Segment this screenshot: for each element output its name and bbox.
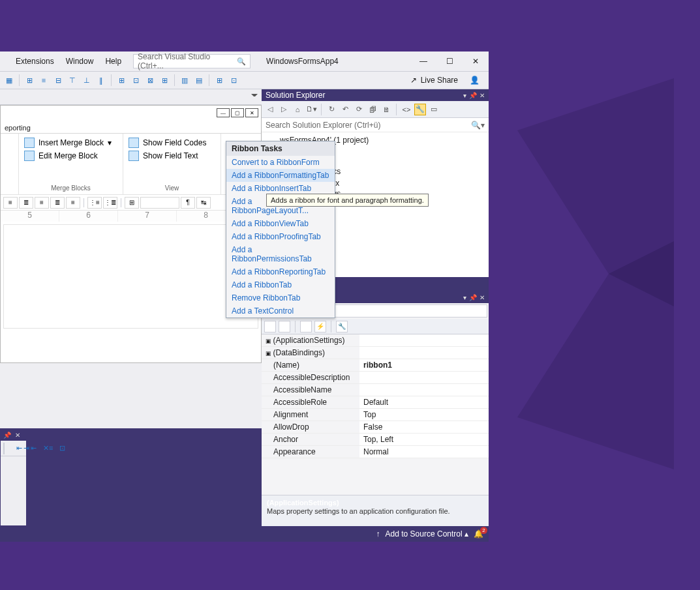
- form-designer[interactable]: — ▢ ✕ eporting Insert Merge Block ▾ Edit…: [0, 105, 262, 428]
- fmt-btn[interactable]: ¶: [181, 197, 195, 209]
- smart-tag-link[interactable]: Add a RibbonProofingTab: [226, 230, 335, 243]
- property-grid[interactable]: (ApplicationSettings)(DataBindings)(Name…: [262, 334, 489, 495]
- pin-icon[interactable]: 📌: [469, 92, 477, 99]
- properties-icon[interactable]: 🔧: [414, 104, 426, 115]
- property-row[interactable]: AccessibleRoleDefault: [262, 396, 489, 409]
- smart-tag-link[interactable]: Convert to a RibbonForm: [226, 156, 335, 169]
- toolbar-btn[interactable]: ⊞: [158, 74, 171, 87]
- tab-dropdown-icon[interactable]: [251, 94, 258, 100]
- notifications-icon[interactable]: 🔔2: [474, 529, 483, 538]
- fmt-btn[interactable]: ⊞: [125, 197, 139, 209]
- toolbar-btn[interactable]: ▦: [3, 74, 16, 87]
- toolbar-btn[interactable]: ⊡: [129, 74, 142, 87]
- toolbar-btn[interactable]: ≡: [37, 74, 50, 87]
- fmt-btn[interactable]: ⋮≣: [103, 197, 117, 209]
- fmt-btn[interactable]: ≡: [66, 197, 80, 209]
- document-canvas[interactable]: [3, 224, 258, 329]
- output-btn[interactable]: ⊡: [59, 442, 65, 455]
- form-maximize-icon[interactable]: ▢: [231, 108, 244, 117]
- output-btn[interactable]: ⇥: [23, 442, 29, 455]
- minimize-button[interactable]: —: [410, 52, 436, 71]
- toolbar-btn[interactable]: ⊞: [115, 74, 128, 87]
- menu-window[interactable]: Window: [61, 54, 99, 68]
- categorized-icon[interactable]: ▤: [264, 321, 276, 332]
- output-source-dropdown[interactable]: [3, 443, 5, 454]
- toolbar-btn[interactable]: ⊞: [23, 74, 36, 87]
- property-pages-icon[interactable]: 🔧: [336, 321, 348, 332]
- alphabetical-icon[interactable]: A↓: [279, 321, 290, 332]
- fmt-btn[interactable]: ⋮≡: [87, 197, 102, 209]
- pin-icon[interactable]: 📌: [3, 430, 12, 439]
- fmt-btn[interactable]: ≡: [3, 197, 18, 209]
- edit-merge-block-button[interactable]: Edit Merge Block: [24, 149, 117, 162]
- smart-tag-link[interactable]: Add a RibbonInsertTab: [226, 182, 335, 195]
- toolbar-btn[interactable]: ⊞: [213, 74, 226, 87]
- property-row[interactable]: AccessibleDescription: [262, 372, 489, 384]
- close-icon[interactable]: ✕: [479, 92, 485, 99]
- smart-tag-link[interactable]: Add a RibbonViewTab: [226, 217, 335, 230]
- property-row[interactable]: AnchorTop, Left: [262, 434, 489, 446]
- property-row[interactable]: (Name)ribbon1: [262, 359, 489, 372]
- close-button[interactable]: ✕: [463, 52, 489, 71]
- dropdown-icon[interactable]: ▾: [463, 294, 466, 301]
- fmt-combo[interactable]: [140, 197, 179, 209]
- show-field-text-button[interactable]: Show Field Text: [129, 149, 215, 162]
- toolbar-btn[interactable]: ‖: [95, 74, 108, 87]
- smart-tag-link[interactable]: Remove RibbonTab: [226, 291, 335, 304]
- smart-tag-link[interactable]: Add a RibbonReportingTab: [226, 265, 335, 278]
- form-minimize-icon[interactable]: —: [217, 108, 230, 117]
- toolbar-btn[interactable]: ▥: [178, 74, 191, 87]
- search-input[interactable]: Search Visual Studio (Ctrl+... 🔍: [133, 54, 251, 68]
- pin-icon[interactable]: 📌: [469, 294, 477, 301]
- property-row[interactable]: AlignmentTop: [262, 409, 489, 421]
- forward-icon[interactable]: ▷: [278, 104, 290, 115]
- close-icon[interactable]: ✕: [13, 430, 22, 439]
- smart-tag-link[interactable]: Add a TextControl: [226, 304, 335, 317]
- toolbar-btn[interactable]: ⊟: [52, 74, 65, 87]
- design-form[interactable]: — ▢ ✕ eporting Insert Merge Block ▾ Edit…: [0, 105, 262, 363]
- show-all-icon[interactable]: ⟳: [353, 104, 365, 115]
- property-row[interactable]: AllowDropFalse: [262, 421, 489, 434]
- output-btn[interactable]: ⇤: [31, 442, 37, 455]
- ribbon-tab-label[interactable]: eporting: [1, 123, 261, 133]
- property-row[interactable]: (DataBindings): [262, 347, 489, 359]
- sync-icon[interactable]: 🗋▾: [305, 104, 317, 115]
- smart-tag-link[interactable]: Add a RibbonPermissionsTab: [226, 243, 335, 265]
- property-row[interactable]: AccessibleName: [262, 384, 489, 396]
- close-icon[interactable]: ✕: [479, 294, 485, 301]
- property-row[interactable]: (ApplicationSettings): [262, 334, 489, 347]
- props-page-icon[interactable]: 🗎: [300, 321, 312, 332]
- fmt-btn[interactable]: ≣: [19, 197, 33, 209]
- add-source-control-button[interactable]: Add to Source Control ▴: [386, 529, 468, 538]
- home-icon[interactable]: ⌂: [292, 104, 303, 115]
- toolbar-btn[interactable]: ▤: [192, 74, 205, 87]
- live-share-button[interactable]: Live Share: [421, 76, 458, 85]
- solution-search-input[interactable]: Search Solution Explorer (Ctrl+ü) 🔍▾: [262, 118, 489, 132]
- toolbar-btn[interactable]: ⊤: [66, 74, 79, 87]
- dropdown-icon[interactable]: ▾: [0, 430, 1, 439]
- menu-help[interactable]: Help: [100, 54, 127, 68]
- code-icon[interactable]: <>: [401, 104, 412, 115]
- publish-icon[interactable]: ↑: [376, 529, 380, 538]
- refresh-icon[interactable]: ↻: [326, 104, 337, 115]
- fmt-btn[interactable]: ≣: [50, 197, 65, 209]
- toolbar-btn[interactable]: ⊠: [144, 74, 157, 87]
- copy-icon[interactable]: 🗐: [367, 104, 378, 115]
- collapse-icon[interactable]: ↶: [339, 104, 351, 115]
- dropdown-icon[interactable]: ▾: [463, 92, 466, 99]
- events-icon[interactable]: ⚡: [314, 321, 326, 332]
- fmt-btn[interactable]: ↹: [196, 197, 211, 209]
- smart-tag-link[interactable]: Add a RibbonFormattingTab: [226, 169, 335, 182]
- show-field-codes-button[interactable]: Show Field Codes: [129, 136, 215, 149]
- feedback-icon[interactable]: 👤: [470, 76, 479, 85]
- maximize-button[interactable]: ☐: [436, 52, 463, 71]
- output-btn[interactable]: ⇤: [16, 442, 22, 455]
- output-btn[interactable]: ✕≡: [43, 442, 53, 455]
- property-row[interactable]: AppearanceNormal: [262, 446, 489, 458]
- form-close-icon[interactable]: ✕: [245, 108, 258, 117]
- fmt-btn[interactable]: ≡: [35, 197, 49, 209]
- file-icon[interactable]: 🗎: [380, 104, 392, 115]
- preview-icon[interactable]: ▭: [428, 104, 440, 115]
- menu-extensions[interactable]: Extensions: [10, 54, 59, 68]
- toolbar-btn[interactable]: ⊡: [227, 74, 240, 87]
